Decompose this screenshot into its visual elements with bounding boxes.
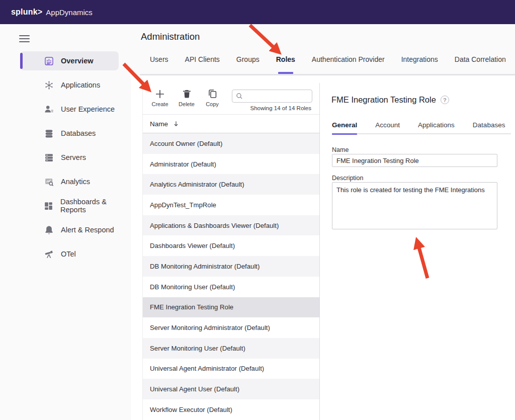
sidebar-item-label: User Experience bbox=[61, 105, 115, 113]
role-description-textarea[interactable]: This role is created for testing the FME… bbox=[332, 182, 497, 229]
role-row[interactable]: Administrator (Default) bbox=[143, 154, 319, 175]
sidebar-item-applications[interactable]: Applications bbox=[0, 73, 131, 97]
roles-count-summary: Showing 14 of 14 Roles bbox=[250, 105, 311, 111]
role-row[interactable]: Dashboards Viewer (Default) bbox=[143, 235, 319, 256]
create-role-button[interactable]: Create bbox=[148, 88, 172, 107]
sidebar-item-dashboards-reports[interactable]: Dashboards & Reports bbox=[0, 194, 131, 218]
role-row[interactable]: DB Monitoring Administrator (Default) bbox=[143, 256, 319, 277]
role-row[interactable]: Account Owner (Default) bbox=[143, 133, 319, 154]
detail-tabs-divider bbox=[332, 133, 511, 134]
sidebar-item-label: Dashboards & Reports bbox=[60, 198, 131, 214]
sidebar-item-label: Databases bbox=[61, 129, 96, 137]
search-icon bbox=[236, 93, 243, 100]
role-row[interactable]: DB Monitoring User (Default) bbox=[143, 277, 319, 297]
sort-descending-icon[interactable] bbox=[173, 120, 180, 127]
overview-icon bbox=[43, 55, 54, 66]
sidebar-item-analytics[interactable]: Analytics bbox=[0, 170, 131, 194]
name-field-label: Name bbox=[332, 146, 349, 153]
roles-search-input[interactable] bbox=[246, 92, 308, 100]
roles-list-panel: Create Delete bbox=[142, 83, 320, 420]
role-row[interactable]: Analytics Administrator (Default) bbox=[143, 174, 319, 195]
copy-role-button[interactable]: Copy bbox=[200, 88, 224, 107]
role-row[interactable]: Workflow Executor (Default) bbox=[143, 399, 319, 420]
role-row[interactable]: Applications & Dashboards Viewer (Defaul… bbox=[143, 215, 319, 236]
trash-icon bbox=[175, 88, 199, 100]
role-row-selected[interactable]: FME Inegration Testing Role bbox=[143, 297, 319, 318]
page-title: Administration bbox=[141, 31, 200, 42]
analytics-icon bbox=[43, 176, 54, 187]
otel-telescope-icon bbox=[43, 248, 54, 260]
plus-icon bbox=[148, 88, 172, 100]
sidebar-item-user-experience[interactable]: User Experience bbox=[0, 97, 131, 121]
tab-authentication-provider[interactable]: Authentication Provider bbox=[312, 55, 385, 74]
role-row[interactable]: Server Monitoring User (Default) bbox=[143, 338, 319, 359]
role-detail-title: FME Inegration Testing Role bbox=[331, 95, 436, 105]
detail-tab-general[interactable]: General bbox=[332, 121, 357, 135]
tab-integrations[interactable]: Integrations bbox=[401, 55, 438, 74]
sidebar-item-label: Servers bbox=[61, 153, 86, 161]
role-row[interactable]: Server Monitoring Administrator (Default… bbox=[143, 317, 319, 338]
help-icon[interactable]: ? bbox=[441, 96, 449, 104]
role-name-input[interactable] bbox=[332, 154, 497, 167]
applications-icon bbox=[43, 79, 54, 91]
admin-tabs: Users API Clients Groups Roles Authentic… bbox=[150, 55, 506, 74]
role-row[interactable]: Universal Agent User (Default) bbox=[143, 379, 319, 399]
detail-tab-databases[interactable]: Databases bbox=[473, 121, 505, 135]
sidebar-item-databases[interactable]: Databases bbox=[0, 121, 131, 145]
role-detail-title-row: FME Inegration Testing Role ? bbox=[331, 95, 449, 105]
sidebar-item-alert-respond[interactable]: Alert & Respond bbox=[0, 218, 131, 242]
sidebar-item-overview[interactable]: Overview bbox=[0, 49, 131, 73]
role-detail-panel: FME Inegration Testing Role ? General Ac… bbox=[331, 83, 511, 420]
tabs-divider bbox=[140, 74, 515, 75]
tab-groups[interactable]: Groups bbox=[236, 55, 260, 74]
copy-icon bbox=[200, 88, 224, 100]
tab-roles[interactable]: Roles bbox=[276, 55, 295, 74]
roles-column-header: Name bbox=[143, 115, 319, 133]
servers-icon bbox=[43, 152, 54, 163]
roles-search-box bbox=[232, 90, 312, 103]
splunk-logo: splunk> bbox=[11, 8, 42, 17]
role-row[interactable]: Universal Agent Administrator (Default) bbox=[143, 359, 319, 379]
detail-tab-applications[interactable]: Applications bbox=[418, 121, 455, 135]
sidebar-item-servers[interactable]: Servers bbox=[0, 145, 131, 170]
sidebar-item-label: Alert & Respond bbox=[61, 226, 114, 234]
delete-role-button[interactable]: Delete bbox=[175, 88, 199, 107]
sidebar-item-label: Applications bbox=[61, 81, 100, 89]
databases-icon bbox=[43, 128, 54, 139]
detail-tab-account[interactable]: Account bbox=[375, 121, 400, 135]
sidebar-item-otel[interactable]: OTel bbox=[0, 242, 131, 266]
appdynamics-brand: AppDynamics bbox=[46, 8, 93, 17]
name-column-label: Name bbox=[150, 120, 168, 128]
tab-data-correlation[interactable]: Data Correlation bbox=[455, 55, 506, 74]
tab-users[interactable]: Users bbox=[150, 55, 168, 74]
sidebar-item-label: Overview bbox=[61, 57, 94, 65]
dashboards-reports-icon bbox=[43, 200, 54, 211]
app-window: splunk> AppDynamics Overview bbox=[0, 0, 515, 420]
hamburger-menu-icon[interactable] bbox=[19, 35, 30, 43]
role-detail-tabs: General Account Applications Databases bbox=[332, 121, 505, 135]
user-experience-icon bbox=[43, 104, 54, 115]
top-bar: splunk> AppDynamics bbox=[0, 0, 515, 24]
alert-bell-icon bbox=[43, 224, 54, 235]
sidebar-item-label: Analytics bbox=[61, 178, 90, 186]
sidebar-nav: Overview Applications bbox=[0, 49, 131, 266]
sidebar-item-label: OTel bbox=[61, 250, 76, 258]
roles-toolbar: Create Delete bbox=[143, 83, 319, 115]
description-field-label: Description bbox=[332, 175, 364, 182]
role-row[interactable]: AppDynTest_TmpRole bbox=[143, 195, 319, 215]
sidebar: Overview Applications bbox=[0, 24, 131, 420]
tab-api-clients[interactable]: API Clients bbox=[185, 55, 220, 74]
